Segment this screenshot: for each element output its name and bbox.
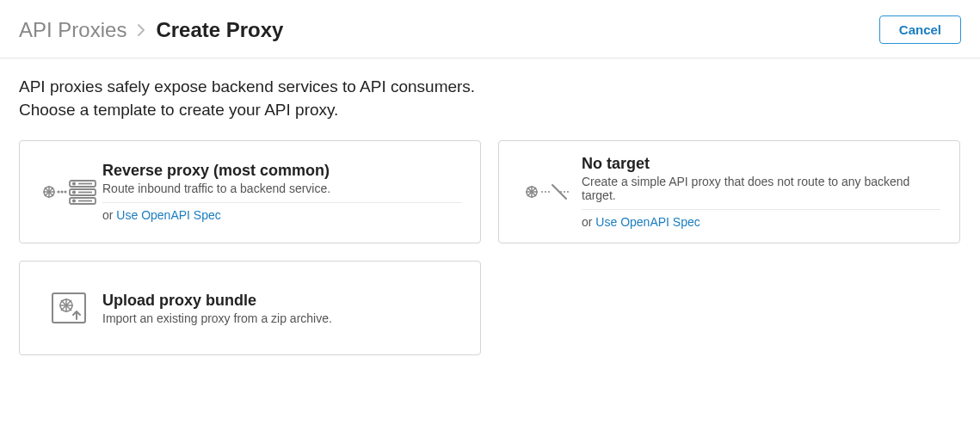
card-reverse-proxy[interactable]: Reverse proxy (most common) Route inboun… [19,140,481,243]
card-alt-action: or Use OpenAPI Spec [582,215,940,229]
svg-point-23 [545,191,546,193]
svg-point-28 [567,191,569,193]
breadcrumb-current: Create Proxy [156,18,283,42]
use-openapi-spec-link[interactable]: Use OpenAPI Spec [116,208,220,222]
intro-line-2: Choose a template to create your API pro… [19,99,961,122]
reverse-proxy-icon [35,175,102,209]
upload-bundle-icon [35,288,102,328]
svg-point-13 [73,200,75,201]
card-description: Route inbound traffic to a backend servi… [102,182,461,203]
template-cards: Reverse proxy (most common) Route inboun… [0,130,980,366]
svg-point-12 [73,191,75,193]
chevron-right-icon [137,23,145,37]
no-target-icon [515,175,582,209]
intro-line-1: API proxies safely expose backend servic… [19,76,961,99]
breadcrumb: API Proxies Create Proxy [19,18,283,42]
svg-point-24 [548,191,550,193]
use-openapi-spec-link[interactable]: Use OpenAPI Spec [595,215,700,229]
svg-point-27 [564,191,565,193]
svg-point-5 [58,191,59,193]
card-title: Reverse proxy (most common) [102,162,461,180]
card-no-target[interactable]: No target Create a simple API proxy that… [498,140,960,243]
page-header: API Proxies Create Proxy Cancel [0,0,980,58]
svg-point-6 [61,191,63,193]
card-title: Upload proxy bundle [102,292,461,310]
breadcrumb-parent[interactable]: API Proxies [19,18,126,42]
card-description: Import an existing proxy from a zip arch… [102,311,461,325]
svg-point-11 [73,182,75,184]
card-upload-bundle[interactable]: Upload proxy bundle Import an existing p… [19,261,481,355]
intro-text: API proxies safely expose backend servic… [0,58,980,130]
svg-point-26 [560,191,562,193]
svg-point-7 [65,191,66,193]
card-title: No target [582,155,940,173]
card-alt-action: or Use OpenAPI Spec [102,208,461,222]
cancel-button[interactable]: Cancel [879,15,961,44]
card-description: Create a simple API proxy that does not … [582,175,940,210]
svg-point-22 [541,191,543,193]
